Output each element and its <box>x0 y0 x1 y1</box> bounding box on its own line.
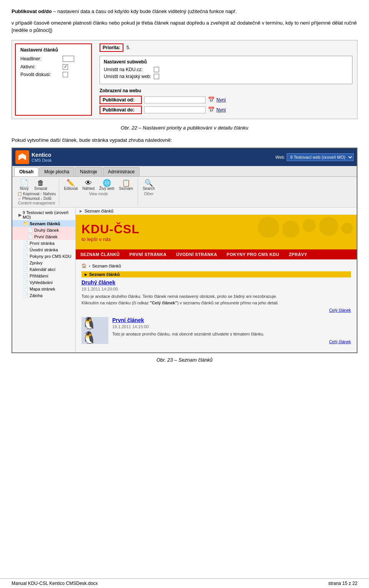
toolbar-group-other: 🔍 Search Other <box>138 178 160 206</box>
tab-nastroje[interactable]: Nástroje <box>75 167 102 176</box>
tree-arrow-icon: ▶ <box>18 213 22 218</box>
btn-presunout[interactable]: → Přesunout <box>17 196 40 201</box>
btn-seznam-label: Seznam <box>119 186 133 191</box>
btn-editovat[interactable]: ✏️ Editovat <box>62 179 79 191</box>
toolbar-sub-buttons-2: → Přesunout ↓ Dolů <box>17 196 52 201</box>
sidebar-item-root[interactable]: ▶ 9 Testovací web (úroveň MO) <box>12 209 75 220</box>
sidebar-item-prvni[interactable]: 📄 První článek <box>12 233 75 240</box>
priority-label: Priorita: <box>100 43 123 52</box>
sidebar-item-mapa[interactable]: 📄 Mapa stránek <box>12 286 75 292</box>
priority-value: 5. <box>126 45 130 50</box>
aktivni-checkbox: ✓ <box>63 64 68 70</box>
paragraph-1: Publikovat od/do – nastavení data a času… <box>12 8 357 15</box>
sidebar-item-zaloha[interactable]: 📄 Záloha <box>12 292 75 299</box>
btn-novy[interactable]: 📄 Nový <box>17 179 31 191</box>
sidebar-item-prihlaseni[interactable]: 📄 Přihlášení <box>12 272 75 279</box>
sidebar-item-zpravy-label: Zprávy <box>30 261 43 265</box>
sidebar-item-seznam[interactable]: 📁 Seznam článků <box>12 220 75 227</box>
circle-2 <box>282 221 299 238</box>
sidebar-item-uvodni-label: Úvodní stránka <box>30 247 58 252</box>
search-icon: 🔍 <box>145 179 153 186</box>
article-druhy: Druhý článek 19.1.2011 14:20:00 Toto je … <box>81 279 351 312</box>
breadcrumb-arrow: ► <box>79 209 83 213</box>
toolbar-group-management: 📄 Nový 🗑 Smazat 📋 Kopírovat ↑ Nahoru → P… <box>14 178 59 206</box>
page-footer: Manual KDU-CSL Kentico CMSDesk.docx stra… <box>0 578 369 588</box>
btn-kopirovat[interactable]: 📋 Kopírovat <box>17 192 40 196</box>
sidebar-item-zpravy[interactable]: 📄 Zprávy <box>12 259 75 266</box>
sidebar-item-root-label: 9 Testovací web (úroveň MO) <box>23 210 74 219</box>
footer-title: Manual KDU-CSL Kentico CMSDesk.docx <box>12 581 98 586</box>
article-druhy-date: 19.1.2011 14:20:00 <box>81 287 351 291</box>
kdu-nav-seznam[interactable]: SEZNAM ČLÁNKŮ <box>76 249 125 259</box>
doc-icon-zaloha: 📄 <box>23 293 28 298</box>
breadcrumb-bar: ► Seznam článků <box>76 208 357 215</box>
kdu-nav-zpravy[interactable]: ZPRÁVY <box>284 249 312 259</box>
btn-smazat-label: Smazat <box>34 186 47 191</box>
cms-main: ▶ 9 Testovací web (úroveň MO) 📁 Seznam č… <box>12 208 357 352</box>
other-buttons: 🔍 Search <box>141 179 156 191</box>
preview-icon: 👁 <box>85 179 92 186</box>
kdu-yellow-bar: ► Seznam článků <box>81 271 351 277</box>
article-prvni-img: 🐧🐧 <box>81 317 108 344</box>
sidebar-item-prvni-stranka[interactable]: 📄 První stránka <box>12 240 75 246</box>
article-druhy-title[interactable]: Druhý článek <box>81 279 351 286</box>
article-prvni-title[interactable]: První článek <box>112 317 351 323</box>
diskusi-field: Povolit diskusi: <box>20 72 86 77</box>
web-dropdown[interactable]: 9 Testovací web (úroveň MO) <box>287 153 354 161</box>
kdu-website-preview: KDU-ČSL to lepší v nás SEZ <box>76 215 357 352</box>
doc-icon-kalendar: 📄 <box>23 267 28 272</box>
cms-topnav: Obsah Moje plocha Nástroje Administrace <box>12 166 357 177</box>
kentico-logo-icon <box>15 150 29 164</box>
footer-page-num: strana 15 z 22 <box>328 581 357 586</box>
logo-name: Kentico <box>32 152 52 158</box>
aktivni-field: Aktivní: ✓ <box>20 64 86 70</box>
sidebar-item-kalendar[interactable]: 📄 Kalendář akcí <box>12 266 75 272</box>
btn-nahoru[interactable]: ↑ Nahoru <box>40 192 56 196</box>
article-prvni-read-more[interactable]: Celý článek <box>112 339 351 344</box>
kdu-nav-pokyny[interactable]: POKYNY PRO CMS KDU <box>222 249 284 259</box>
btn-search-label: Search <box>143 186 155 191</box>
delete-icon: 🗑 <box>37 179 44 186</box>
sidebar-item-vyhledavani[interactable]: 📄 Vyhledávání <box>12 279 75 286</box>
article-prvni-with-img: 🐧🐧 První článek 19.1.2011 14:15:00 Toto … <box>81 317 351 349</box>
umistit-kdu-label: Umístit na KDU.cz: <box>104 67 154 72</box>
btn-search[interactable]: 🔍 Search <box>141 179 156 191</box>
doc-icon-druhy: 📄 <box>28 228 33 233</box>
article-prvni-date: 19.1.2011 14:15:00 <box>112 324 351 329</box>
btn-livy-web[interactable]: 🌐 Živý web <box>98 179 116 191</box>
sidebar-item-prvni-stranka-label: První stránka <box>30 241 55 246</box>
kdu-nav-prvni[interactable]: PRVNÍ STRÁNKA <box>125 249 171 259</box>
sidebar-item-druhy[interactable]: 📄 Druhý článek <box>12 227 75 233</box>
nyni-to-link[interactable]: Nyní <box>216 107 226 113</box>
publish-to-input[interactable] <box>144 106 206 113</box>
umistit-kdu-checkbox <box>154 67 159 72</box>
aktivni-label: Aktivní: <box>20 64 63 70</box>
tab-administrace[interactable]: Administrace <box>103 167 140 176</box>
cms-logo: Kentico CMS Desk <box>15 150 52 164</box>
article-prvni: 🐧🐧 První článek 19.1.2011 14:15:00 Toto … <box>81 317 351 349</box>
sidebar-item-pokyny[interactable]: 📄 Pokyny pro CMS KDU <box>12 253 75 259</box>
article-druhy-read-more[interactable]: Celý článek <box>81 308 351 312</box>
publish-from-input[interactable] <box>144 96 206 103</box>
tab-obsah[interactable]: Obsah <box>14 167 38 176</box>
nyni-from-link[interactable]: Nyní <box>216 97 226 103</box>
sidebar-item-druhy-label: Druhý článek <box>34 228 59 233</box>
tab-moje-plocha[interactable]: Moje plocha <box>39 167 74 176</box>
btn-nahled[interactable]: 👁 Náhled <box>81 179 96 191</box>
web-label: Web: <box>276 155 285 159</box>
paragraph-2: v případě časově omezené platnosti článk… <box>12 19 357 34</box>
cms-caption: Obr. 23 – Seznam článků <box>12 357 357 363</box>
kdu-nav-uvodni[interactable]: ÚVODNÍ STRÁNKA <box>171 249 222 259</box>
doc-icon-pokyny: 📄 <box>23 254 28 259</box>
btn-dolu[interactable]: ↓ Dolů <box>40 196 51 201</box>
toolbar-sub-buttons: 📋 Kopírovat ↑ Nahoru <box>17 192 56 196</box>
cms-web-selector: Web: 9 Testovací web (úroveň MO) <box>276 153 354 161</box>
circle-1 <box>258 217 279 238</box>
btn-smazat[interactable]: 🗑 Smazat <box>33 179 49 191</box>
live-icon: 🌐 <box>103 179 111 186</box>
circle-4 <box>319 217 338 236</box>
btn-seznam[interactable]: 📋 Seznam <box>117 179 135 191</box>
sidebar-item-uvodni[interactable]: 📄 Úvodní stránka <box>12 246 75 253</box>
other-group-label: Other <box>141 192 156 196</box>
toolbar-main-buttons: 📄 Nový 🗑 Smazat <box>17 179 49 191</box>
